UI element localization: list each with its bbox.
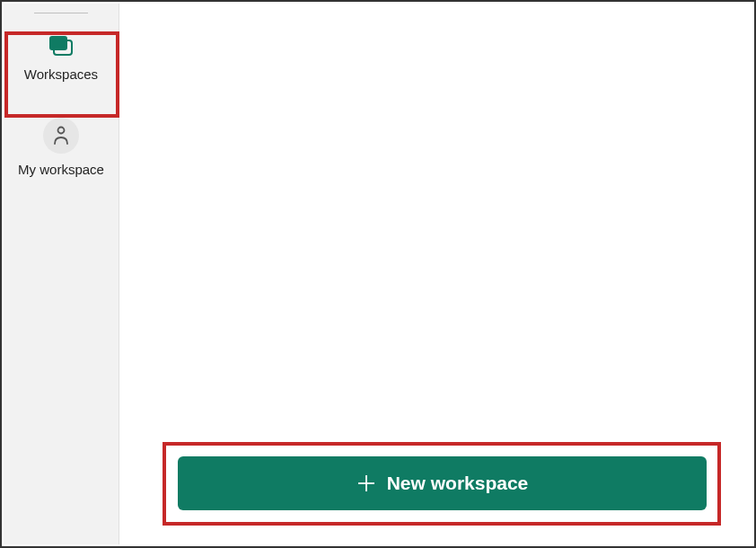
- new-workspace-button[interactable]: New workspace: [178, 456, 707, 510]
- sidebar-divider: [34, 13, 88, 13]
- new-workspace-label: New workspace: [387, 473, 529, 494]
- plus-icon: [356, 473, 376, 493]
- sidebar: Workspaces My workspace: [4, 4, 119, 544]
- workspaces-icon: [47, 31, 75, 60]
- svg-point-2: [58, 127, 65, 133]
- sidebar-item-my-workspace[interactable]: My workspace: [4, 110, 119, 186]
- sidebar-item-label: Workspaces: [24, 66, 98, 84]
- sidebar-item-label: My workspace: [18, 161, 104, 179]
- sidebar-item-workspaces[interactable]: Workspaces: [4, 24, 119, 91]
- person-icon: [43, 118, 79, 154]
- svg-rect-1: [49, 36, 67, 50]
